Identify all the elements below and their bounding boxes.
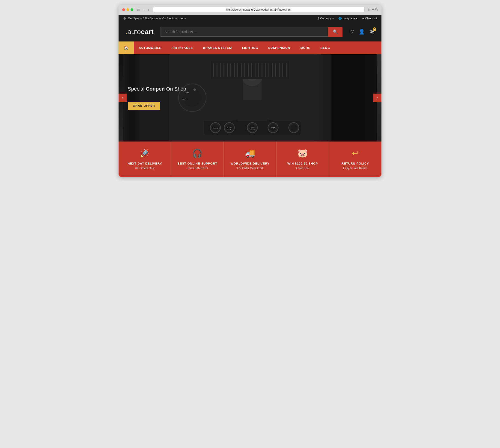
feature-worldwide-title: WORLDWIDE DELIVERY bbox=[228, 162, 271, 165]
promo-section: ⚙ Get Special 27% Disscount On Electroni… bbox=[123, 16, 186, 20]
browser-titlebar: ⊞ ‹ › file:///Users/janewang/Downloads/h… bbox=[118, 5, 382, 15]
hero-next-button[interactable]: › bbox=[373, 94, 382, 102]
nav-item-brakes-system[interactable]: BRAKES SYSTEM bbox=[198, 42, 237, 54]
new-tab-button[interactable]: + bbox=[372, 8, 374, 12]
rocket-icon: 🚀 bbox=[123, 148, 166, 158]
feature-win-sub: Enter Now bbox=[281, 167, 324, 170]
currency-chevron-icon: ▾ bbox=[332, 17, 334, 20]
address-bar[interactable]: file:///Users/janewang/Downloads/html314… bbox=[153, 7, 364, 13]
hero-subtitle-post: On Shop bbox=[165, 86, 186, 92]
utility-links: $ Currency ▾ 🌐 Language ▾ ↪ Checkout bbox=[318, 17, 377, 20]
feature-support-sub: Hours 8AM-11PX bbox=[176, 167, 219, 170]
truck-icon: 🚚 bbox=[228, 148, 271, 158]
share-button[interactable]: ⬆ bbox=[367, 8, 370, 12]
nav-item-blog[interactable]: BLOG bbox=[316, 42, 335, 54]
nav-item-suspension[interactable]: SUSPENSION bbox=[263, 42, 295, 54]
piggy-bank-icon: 🐷 bbox=[281, 148, 324, 158]
hero-text: Special Coupen On Shop bbox=[128, 86, 186, 92]
feature-worldwide-delivery: 🚚 WORLDWIDE DELIVERY For Order Over $100 bbox=[224, 142, 276, 177]
hero-prev-button[interactable]: ‹ bbox=[118, 94, 127, 102]
hero-subtitle-bold: Coupen bbox=[146, 86, 165, 92]
maximize-dot[interactable] bbox=[131, 8, 133, 11]
hero-content: Special Coupen On Shop GRAB OFFER bbox=[118, 77, 195, 119]
sidebar-toggle-button[interactable]: ⊞ bbox=[136, 7, 141, 12]
site-logo[interactable]: .autocart bbox=[125, 28, 154, 36]
account-icon[interactable]: 👤 bbox=[359, 29, 365, 35]
currency-selector[interactable]: $ Currency ▾ bbox=[318, 17, 334, 20]
wishlist-icon[interactable]: ♡ bbox=[350, 29, 354, 35]
grab-offer-button[interactable]: GRAB OFFER bbox=[128, 102, 160, 110]
language-label: Language bbox=[343, 17, 355, 20]
main-nav: 🏠 AUTOMOBILE AIR INTAKES BRAKES SYSTEM L… bbox=[118, 42, 382, 54]
nav-item-more[interactable]: MORE bbox=[295, 42, 316, 54]
search-input[interactable] bbox=[161, 27, 328, 37]
feature-next-day-title: NEXT DAY DELIVERY bbox=[123, 162, 166, 165]
hero-subtitle-pre: Special bbox=[128, 86, 146, 92]
logo-suffix: cart bbox=[141, 28, 154, 35]
top-bar: ⚙ Get Special 27% Disscount On Electroni… bbox=[118, 15, 382, 22]
nav-item-lighting[interactable]: LIGHTING bbox=[237, 42, 263, 54]
language-selector[interactable]: 🌐 Language ▾ bbox=[338, 17, 357, 20]
settings-icon: ⚙ bbox=[123, 16, 126, 20]
search-button[interactable]: 🔍 bbox=[328, 27, 342, 37]
browser-actions: ⬆ + ⧉ bbox=[367, 8, 378, 12]
cart-badge: 0 bbox=[373, 27, 376, 31]
close-dot[interactable] bbox=[122, 8, 125, 11]
return-arrow-icon: ↩ bbox=[334, 148, 377, 158]
feature-next-day-delivery: 🚀 NEXT DAY DELIVERY UK Orders Only bbox=[118, 142, 171, 177]
nav-item-air-intakes[interactable]: AIR INTAKES bbox=[166, 42, 198, 54]
checkout-link[interactable]: ↪ Checkout bbox=[362, 17, 377, 20]
currency-label: $ Currency bbox=[318, 17, 332, 20]
promo-text: Get Special 27% Disscount On Electronic … bbox=[128, 17, 186, 20]
windows-button[interactable]: ⧉ bbox=[375, 8, 378, 12]
nav-item-automobile[interactable]: AUTOMOBILE bbox=[134, 42, 166, 54]
feature-return-policy: ↩ RETURN POLICY Easy & Free Return bbox=[329, 142, 382, 177]
site-header: .autocart 🔍 ♡ 👤 🛍 0 bbox=[118, 22, 382, 42]
feature-win-shop: 🐷 WIN $100.50 SHOP Enter Now bbox=[277, 142, 329, 177]
header-icons: ♡ 👤 🛍 0 bbox=[350, 29, 375, 35]
language-chevron-icon: ▾ bbox=[356, 17, 357, 20]
browser-dots bbox=[122, 8, 133, 11]
browser-controls: ⊞ ‹ › bbox=[136, 7, 150, 12]
checkout-label: Checkout bbox=[365, 17, 377, 20]
back-button[interactable]: ‹ bbox=[143, 7, 146, 12]
logo-prefix: auto bbox=[127, 28, 141, 35]
feature-support-title: BEST ONLINE SUPPORT bbox=[176, 162, 219, 165]
minimize-dot[interactable] bbox=[126, 8, 129, 11]
checkout-arrow-icon: ↪ bbox=[362, 17, 364, 20]
feature-online-support: 🎧 BEST ONLINE SUPPORT Hours 8AM-11PX bbox=[171, 142, 224, 177]
cart-icon[interactable]: 🛍 0 bbox=[369, 29, 375, 35]
nav-home-button[interactable]: 🏠 bbox=[118, 42, 134, 54]
feature-win-title: WIN $100.50 SHOP bbox=[281, 162, 324, 165]
forward-button[interactable]: › bbox=[147, 7, 150, 12]
feature-next-day-sub: UK Orders Only bbox=[123, 167, 166, 170]
feature-return-title: RETURN POLICY bbox=[334, 162, 377, 165]
search-bar: 🔍 bbox=[161, 27, 342, 37]
features-bar: 🚀 NEXT DAY DELIVERY UK Orders Only 🎧 BES… bbox=[118, 142, 382, 177]
hero-banner: ENGINE START STOP ESP SPORT AMG OFF AUTO bbox=[118, 54, 382, 142]
globe-icon: 🌐 bbox=[338, 17, 342, 20]
headset-icon: 🎧 bbox=[176, 148, 219, 158]
feature-return-sub: Easy & Free Return bbox=[334, 167, 377, 170]
feature-worldwide-sub: For Order Over $100 bbox=[228, 167, 271, 170]
